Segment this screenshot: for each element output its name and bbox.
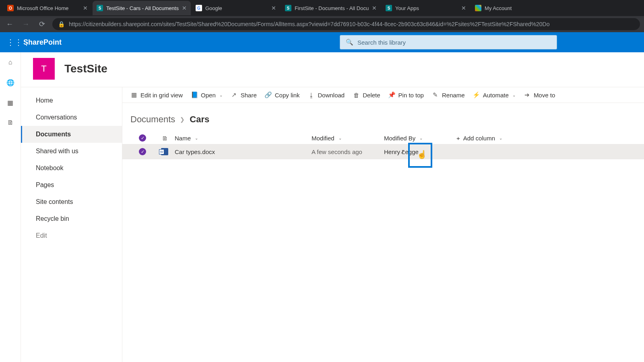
tab-title: My Account	[485, 5, 531, 11]
close-icon[interactable]: ✕	[372, 5, 377, 11]
rename-button[interactable]: ✎Rename	[432, 91, 465, 99]
lock-icon: 🔒	[58, 21, 65, 27]
browser-tab[interactable]: S TestSite - Cars - All Documents ✕	[93, 1, 191, 15]
globe-icon[interactable]: 🌐	[6, 78, 15, 87]
chevron-down-icon: ⌄	[219, 93, 223, 97]
rename-icon: ✎	[432, 91, 439, 99]
select-all-toggle[interactable]: ✓	[139, 134, 146, 142]
url-text: https://citizenbuilders.sharepoint.com/s…	[69, 21, 550, 27]
close-icon[interactable]: ✕	[83, 5, 88, 11]
column-name[interactable]: Name⌄	[175, 135, 312, 142]
share-button[interactable]: ↗Share	[231, 91, 257, 99]
nav-edit[interactable]: Edit	[21, 227, 122, 244]
command-bar: ▦Edit in grid view 📘Open⌄ ↗Share 🔗Copy l…	[122, 87, 644, 103]
edit-grid-button[interactable]: ▦Edit in grid view	[130, 91, 183, 99]
global-nav-rail: ⌂ 🌐 ▦ 🗎	[0, 52, 21, 362]
nav-home[interactable]: Home	[21, 92, 122, 109]
close-icon[interactable]: ✕	[461, 5, 466, 11]
search-input[interactable]: 🔍 Search this library	[340, 35, 557, 49]
files-icon[interactable]: 🗎	[6, 118, 15, 127]
flow-icon: ⚡	[473, 91, 480, 99]
nav-pages[interactable]: Pages	[21, 177, 122, 193]
tab-title: Your Apps	[395, 5, 458, 11]
word-icon: 📘	[191, 91, 198, 99]
browser-tab[interactable]: G Google ✕	[192, 1, 280, 15]
home-icon[interactable]: ⌂	[6, 58, 15, 67]
reload-button[interactable]: ⟳	[36, 20, 47, 29]
cursor-icon: ☝	[417, 150, 427, 159]
close-icon[interactable]: ✕	[182, 5, 187, 11]
file-type-icon: 🗎	[162, 135, 168, 142]
nav-documents[interactable]: Documents	[21, 126, 122, 143]
chevron-down-icon: ⌄	[339, 136, 342, 140]
nav-notebook[interactable]: Notebook	[21, 160, 122, 177]
browser-tab[interactable]: My Account	[471, 1, 535, 15]
share-icon[interactable]: ↗	[400, 148, 405, 155]
add-column-button[interactable]: +Add column⌄	[456, 135, 502, 142]
trash-icon: 🗑	[353, 91, 360, 99]
tab-title: FirstSite - Documents - All Docu	[295, 5, 369, 11]
download-button[interactable]: ⭳Download	[308, 91, 345, 99]
browser-tab-strip: O Microsoft Office Home ✕ S TestSite - C…	[0, 0, 644, 16]
move-icon: ➔	[524, 91, 531, 99]
favicon	[475, 5, 481, 11]
breadcrumb: Documents ❯ Cars	[122, 103, 644, 132]
automate-button[interactable]: ⚡Automate⌄	[473, 91, 516, 99]
plus-icon: +	[456, 135, 460, 142]
modified-text: A few seconds ago	[312, 148, 362, 155]
open-button[interactable]: 📘Open⌄	[191, 91, 223, 99]
nav-site-contents[interactable]: Site contents	[21, 193, 122, 210]
site-logo[interactable]: T	[33, 58, 55, 80]
breadcrumb-root[interactable]: Documents	[130, 114, 175, 125]
forward-button[interactable]: →	[20, 20, 31, 29]
browser-toolbar: ← → ⟳ 🔒 https://citizenbuilders.sharepoi…	[0, 16, 644, 32]
news-icon[interactable]: ▦	[6, 98, 15, 107]
address-bar[interactable]: 🔒 https://citizenbuilders.sharepoint.com…	[52, 18, 640, 30]
site-title[interactable]: TestSite	[64, 62, 107, 75]
tab-title: Google	[205, 5, 268, 11]
close-icon[interactable]: ✕	[271, 5, 276, 11]
file-name[interactable]: Car types.docx	[175, 148, 215, 155]
delete-button[interactable]: 🗑Delete	[353, 91, 380, 99]
share-icon: ↗	[231, 91, 238, 99]
favicon: S	[386, 5, 392, 11]
search-icon: 🔍	[346, 39, 353, 46]
chevron-down-icon: ⌄	[512, 93, 516, 97]
download-icon: ⭳	[308, 91, 315, 99]
favicon: S	[285, 5, 291, 11]
table-row[interactable]: ✓ Car types.docx A few seconds ago Henry…	[122, 144, 644, 159]
nav-conversations[interactable]: Conversations	[21, 109, 122, 126]
favicon: O	[7, 5, 14, 11]
column-headers: ✓ 🗎 Name⌄ Modified⌄ Modified By⌄ +Add co…	[122, 132, 644, 144]
column-modified-by[interactable]: Modified By⌄	[384, 135, 456, 142]
browser-tab[interactable]: S FirstSite - Documents - All Docu ✕	[281, 1, 381, 15]
browser-tab[interactable]: S Your Apps ✕	[382, 1, 470, 15]
tab-title: Microsoft Office Home	[17, 5, 80, 11]
nav-shared[interactable]: Shared with us	[21, 143, 122, 160]
back-button[interactable]: ←	[4, 20, 15, 29]
suite-header: ⋮⋮⋮ SharePoint 🔍 Search this library	[0, 32, 644, 52]
link-icon: 🔗	[265, 91, 272, 99]
browser-tab[interactable]: O Microsoft Office Home ✕	[3, 1, 92, 15]
pin-icon: 📌	[388, 91, 396, 99]
move-button[interactable]: ➔Move to	[524, 91, 555, 99]
column-modified[interactable]: Modified⌄	[312, 135, 384, 142]
chevron-right-icon: ❯	[180, 116, 185, 123]
copy-link-button[interactable]: 🔗Copy link	[265, 91, 300, 99]
breadcrumb-current: Cars	[190, 114, 209, 125]
search-placeholder: Search this library	[357, 39, 406, 46]
chevron-down-icon: ⌄	[499, 136, 502, 140]
nav-recycle-bin[interactable]: Recycle bin	[21, 210, 122, 227]
pin-button[interactable]: 📌Pin to top	[388, 91, 424, 99]
row-select-toggle[interactable]: ✓	[139, 148, 146, 155]
chevron-down-icon: ⌄	[419, 136, 423, 140]
favicon: G	[196, 5, 202, 11]
suite-brand[interactable]: SharePoint	[23, 38, 62, 47]
word-doc-icon	[161, 148, 168, 155]
chevron-down-icon: ⌄	[195, 136, 198, 140]
app-launcher-icon[interactable]: ⋮⋮⋮	[6, 37, 16, 47]
tab-title: TestSite - Cars - All Documents	[106, 5, 179, 11]
favicon: S	[97, 5, 103, 11]
site-left-nav: Home Conversations Documents Shared with…	[21, 87, 122, 362]
grid-icon: ▦	[130, 91, 138, 99]
